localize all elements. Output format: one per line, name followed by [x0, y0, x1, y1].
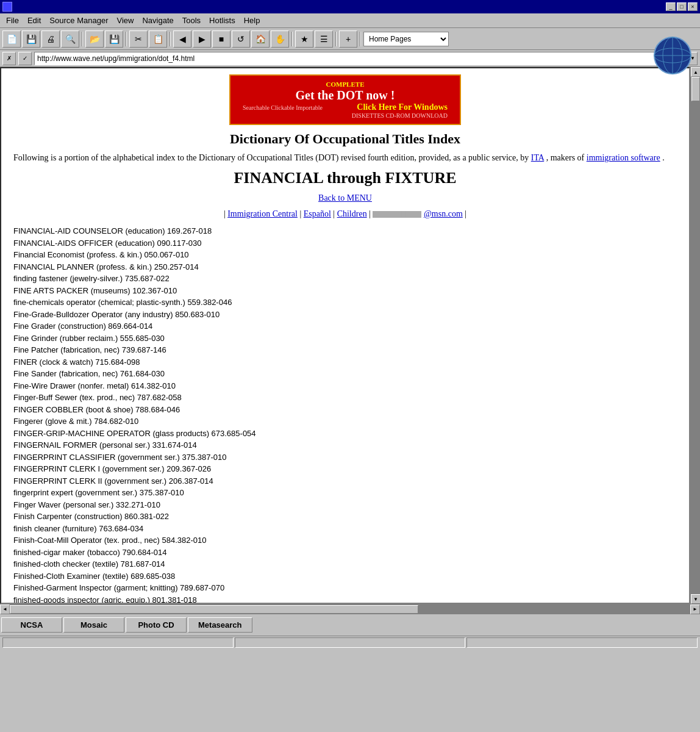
- entry-item: finding fastener (jewelry-silver.) 735.6…: [13, 273, 677, 285]
- content-area: COMPLETE Get the DOT now ! Searchable Cl…: [0, 67, 690, 604]
- entry-item: FINE ARTS PACKER (museums) 102.367-010: [13, 285, 677, 297]
- immig-link[interactable]: immigration software: [587, 153, 660, 162]
- entry-item: Finish-Coat-Mill Operator (tex. prod., n…: [13, 534, 677, 547]
- taskbar-metasearch[interactable]: Metasearch: [188, 617, 252, 633]
- close-button[interactable]: ×: [688, 2, 698, 11]
- hotlist-button[interactable]: ☰: [315, 30, 333, 48]
- save2-button[interactable]: 💾: [105, 30, 123, 48]
- nav-pipe2: |: [465, 209, 466, 218]
- taskbar-photo-cd[interactable]: Photo CD: [126, 617, 187, 633]
- open-button[interactable]: 📂: [85, 30, 104, 48]
- additem-button[interactable]: +: [339, 30, 357, 48]
- vertical-scrollbar: ▲ ▼: [690, 67, 700, 604]
- scroll-right-button[interactable]: ►: [690, 605, 700, 614]
- taskbar-mosaic[interactable]: Mosaic: [63, 617, 124, 633]
- maximize-button[interactable]: □: [677, 2, 687, 11]
- banner-big-text: Get the DOT now !: [243, 88, 448, 102]
- section-title: FINANCIAL through FIXTURE: [13, 169, 677, 187]
- menu-hotlists[interactable]: Hotlists: [205, 15, 239, 26]
- entry-item: Fine-Grade-Bulldozer Operator (any indus…: [13, 309, 677, 321]
- menu-source-manager[interactable]: Source Manager: [46, 15, 112, 26]
- menu-edit[interactable]: Edit: [24, 15, 45, 26]
- home-button[interactable]: 🏠: [251, 30, 270, 48]
- intro-part1: Following is a portion of the alphabetic…: [13, 153, 529, 162]
- save-button[interactable]: 💾: [22, 30, 40, 48]
- children-link[interactable]: Children: [337, 209, 367, 218]
- entry-item: Finish Carpenter (construction) 860.381-…: [13, 511, 677, 523]
- menu-view[interactable]: View: [113, 15, 137, 26]
- status-cell-1: [2, 637, 234, 648]
- entry-item: FINGER COBBLER (boot & shoe) 788.684-046: [13, 404, 677, 416]
- ita-link[interactable]: ITA: [531, 153, 544, 162]
- menu-tools[interactable]: Tools: [179, 15, 204, 26]
- entry-item: FINGERPRINT CLASSIFIER (government ser.)…: [13, 451, 677, 464]
- menu-file[interactable]: File: [2, 15, 23, 26]
- taskbar: NCSA Mosaic Photo CD Metasearch: [0, 614, 700, 636]
- entry-item: fingerprint expert (government ser.) 375…: [13, 487, 677, 499]
- entry-item: Fine Patcher (fabrication, nec) 739.687-…: [13, 344, 677, 356]
- menu-help[interactable]: Help: [240, 15, 264, 26]
- globe-decoration: [651, 34, 694, 77]
- entry-item: FINANCIAL-AID COUNSELOR (education) 169.…: [13, 225, 677, 237]
- email-obfuscated: ████: [373, 211, 421, 218]
- address-bar: ✗ ✓ ▼: [0, 50, 700, 67]
- stop-button[interactable]: ■: [212, 30, 230, 48]
- h-scroll-thumb[interactable]: [10, 605, 418, 614]
- entry-item: Finished-Cloth Examiner (textile) 689.68…: [13, 570, 677, 583]
- toolbar-sep-4: [291, 32, 293, 46]
- minimize-button[interactable]: _: [666, 2, 676, 11]
- taskbar-ncsa[interactable]: NCSA: [1, 617, 62, 633]
- entry-item: FINER (clock & watch) 715.684-098: [13, 356, 677, 368]
- scroll-left-button[interactable]: ◄: [0, 605, 10, 614]
- back-button[interactable]: ◀: [173, 30, 191, 48]
- content-wrapper: COMPLETE Get the DOT now ! Searchable Cl…: [0, 67, 700, 604]
- entry-item: finished-cloth checker (textile) 781.687…: [13, 558, 677, 570]
- page-title: Dictionary Of Occupational Titles Index: [13, 131, 677, 147]
- entry-list: FINANCIAL-AID COUNSELOR (education) 169.…: [13, 225, 677, 604]
- entry-item: fine-chemicals operator (chemical; plast…: [13, 296, 677, 309]
- intro-part3: .: [662, 153, 665, 162]
- scroll-thumb[interactable]: [691, 77, 700, 101]
- menu-navigate[interactable]: Navigate: [138, 15, 177, 26]
- entry-item: finished-cigar maker (tobacco) 790.684-0…: [13, 547, 677, 559]
- new-button[interactable]: 📄: [2, 30, 21, 48]
- banner-complete: COMPLETE: [243, 81, 448, 88]
- toolbar-sep-1: [82, 32, 83, 46]
- entry-item: Fine Grinder (rubber reclaim.) 555.685-0…: [13, 332, 677, 345]
- entry-item: FINANCIAL-AIDS OFFICER (education) 090.1…: [13, 237, 677, 249]
- email-link[interactable]: @msn.com: [424, 209, 463, 218]
- cut-button[interactable]: ✂: [129, 30, 148, 48]
- entry-item: Finished-Garment Inspector (garment; kni…: [13, 582, 677, 594]
- back-to-menu-link[interactable]: Back to MENU: [318, 193, 372, 203]
- forward-button[interactable]: ▶: [193, 30, 211, 48]
- checkmark-button[interactable]: ✓: [18, 52, 32, 65]
- copy-button[interactable]: 📋: [149, 30, 167, 48]
- espanol-link[interactable]: Español: [304, 209, 331, 218]
- window-controls: _ □ ×: [666, 2, 698, 11]
- entry-item: Finger Waver (personal ser.) 332.271-010: [13, 499, 677, 511]
- entry-item: Fine-Wire Drawer (nonfer. metal) 614.382…: [13, 380, 677, 392]
- scroll-track[interactable]: [691, 77, 700, 594]
- toolbar-sep-2: [126, 32, 127, 46]
- toolbar-sep-3: [170, 32, 171, 46]
- reload-button[interactable]: ↺: [232, 30, 250, 48]
- banner[interactable]: COMPLETE Get the DOT now ! Searchable Cl…: [229, 74, 461, 125]
- intro-part2: , makers of: [546, 153, 585, 162]
- banner-sub2: Click Here For Windows: [357, 102, 448, 112]
- h-scroll-track[interactable]: [10, 605, 690, 614]
- intro-text: Following is a portion of the alphabetic…: [13, 153, 677, 163]
- find-button[interactable]: 🔍: [61, 30, 79, 48]
- immigration-central-link[interactable]: Immigration Central: [227, 209, 298, 218]
- bookmark-button[interactable]: ★: [295, 30, 313, 48]
- entry-item: FINGERNAIL FORMER (personal ser.) 331.67…: [13, 439, 677, 451]
- scroll-down-button[interactable]: ▼: [691, 594, 700, 604]
- entry-item: finished-goods inspector (agric. equip.)…: [13, 594, 677, 605]
- url-input[interactable]: [34, 52, 685, 65]
- home-pages-dropdown[interactable]: Home Pages: [363, 32, 449, 46]
- unknown-button[interactable]: ✋: [271, 30, 289, 48]
- print-button[interactable]: 🖨: [41, 30, 60, 48]
- entry-item: FINGERPRINT CLERK II (government ser.) 2…: [13, 475, 677, 487]
- status-cell-2: [235, 637, 466, 648]
- entry-item: Fingerer (glove & mit.) 784.682-010: [13, 415, 677, 428]
- stop-x-button[interactable]: ✗: [2, 52, 16, 65]
